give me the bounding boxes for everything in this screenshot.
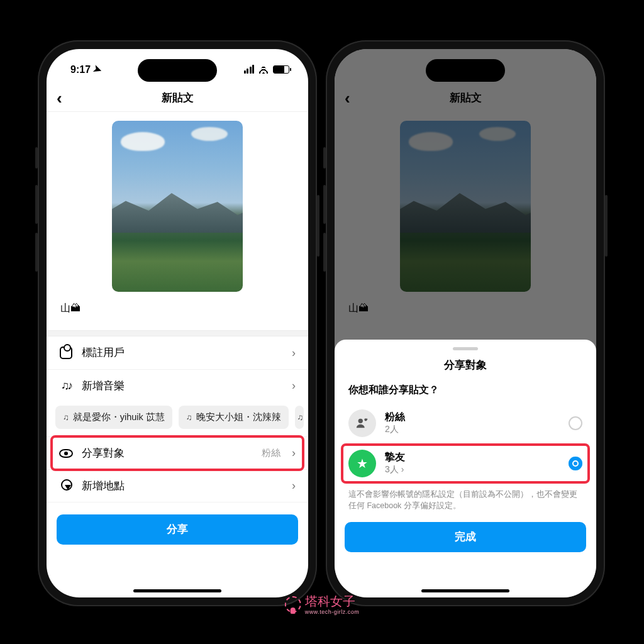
sheet-question: 你想和誰分享貼文？ [335,384,596,403]
watermark: 塔科女子 www.tech-girlz.com [285,593,360,615]
sheet-grabber[interactable] [453,347,478,350]
done-button-label: 完成 [455,530,476,544]
chevron-right-icon: › [292,447,296,460]
add-music-row[interactable]: 新增音樂 › [47,369,308,402]
bulb-icon [285,596,301,613]
home-indicator[interactable] [421,589,509,592]
chevron-right-icon: › [292,347,296,360]
dynamic-island [138,59,217,82]
screen-left: 9:17 ➤ ‹ 新貼文 山🏔 標註用戶 [47,49,308,597]
audience-sheet: 分享對象 你想和誰分享貼文？ 粉絲 2人 ★ 摯友 [335,340,596,598]
add-location-row[interactable]: 新增地點 › [47,469,308,502]
page-title: 新貼文 [162,91,194,105]
divider [47,330,308,336]
svg-point-0 [358,418,363,423]
dynamic-island [426,59,505,82]
location-icon: ➤ [92,62,104,76]
share-button-label: 分享 [167,523,188,536]
row-label: 標註用戶 [82,346,125,360]
battery-icon [273,65,289,74]
music-suggestions: 就是愛你・yihuik 苡慧 晚安大小姐・沈辣辣 [47,402,308,436]
post-preview[interactable] [47,112,308,296]
pin-icon [59,479,73,493]
audience-row[interactable]: 分享對象 粉絲 › [47,436,308,469]
preview-image [112,121,243,292]
nav-bar: ‹ 新貼文 [47,84,308,112]
sheet-title: 分享對象 [335,358,596,372]
audience-option-close-friends[interactable]: ★ 摯友 3人 › [335,443,596,484]
screen-right: 9:18 ➤ ‹ 新貼文 山🏔 分享對象 [335,49,596,597]
music-icon [59,379,73,392]
sheet-note: 這不會影響你帳號的隱私設定（目前設為不公開），也不會變更任何 Facebook … [335,484,596,514]
audience-option-followers[interactable]: 粉絲 2人 [335,403,596,443]
home-indicator[interactable] [133,589,221,592]
eye-icon [59,449,73,458]
share-button[interactable]: 分享 [57,514,298,545]
tag-icon [59,347,73,359]
followers-icon [348,409,376,437]
music-chip[interactable] [295,406,304,429]
music-chip[interactable]: 晚安大小姐・沈辣辣 [179,406,289,429]
chevron-right-icon: › [292,379,296,392]
status-time: 9:17 [70,64,91,75]
tag-users-row[interactable]: 標註用戶 › [47,336,308,369]
option-label: 粉絲 [385,411,405,424]
phone-right: 9:18 ➤ ‹ 新貼文 山🏔 分享對象 [326,40,605,606]
music-chip[interactable]: 就是愛你・yihuik 苡慧 [55,406,172,429]
row-label: 新增地點 [82,479,125,493]
row-label: 分享對象 [82,447,125,460]
radio-unselected-icon[interactable] [569,416,582,430]
option-sub: 2人 [385,424,405,435]
watermark-url: www.tech-girlz.com [305,609,360,615]
back-button[interactable]: ‹ [57,90,62,106]
watermark-brand: 塔科女子 [305,594,355,608]
wifi-icon [258,65,269,74]
chevron-right-icon: › [292,479,296,492]
done-button[interactable]: 完成 [345,522,586,552]
audience-value: 粉絲 [262,447,280,459]
option-label: 摯友 [385,451,405,464]
radio-selected-icon[interactable] [569,457,582,470]
phone-left: 9:17 ➤ ‹ 新貼文 山🏔 標註用戶 [38,40,317,606]
option-sub: 3人 › [385,464,405,475]
row-label: 新增音樂 [82,379,125,393]
star-icon: ★ [348,450,376,477]
signal-icon [244,65,255,74]
caption-field[interactable]: 山🏔 [47,296,308,330]
